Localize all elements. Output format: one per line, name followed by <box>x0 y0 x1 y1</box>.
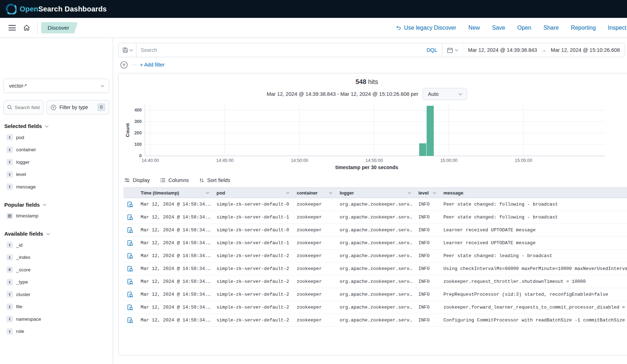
opensearch-logo-icon <box>6 4 16 14</box>
saved-query-menu-button[interactable] <box>118 43 136 57</box>
field-type-icon <box>6 183 13 190</box>
inspect-document-button[interactable] <box>123 214 136 220</box>
cell-logger: org.apache.zookeeper.serv… <box>335 318 414 323</box>
interval-select[interactable]: Auto <box>423 88 467 100</box>
inspect-document-button[interactable] <box>123 317 136 323</box>
column-header[interactable]: level <box>414 190 439 196</box>
inspect-document-button[interactable] <box>123 201 136 207</box>
column-header[interactable]: logger <box>335 190 414 196</box>
cell-time: Mar 12, 2024 @ 14:58:34.… <box>136 305 212 310</box>
field-item[interactable]: _type <box>4 276 109 289</box>
toolbar-action[interactable]: New <box>468 25 480 31</box>
cell-time: Mar 12, 2024 @ 14:58:34.… <box>136 240 212 246</box>
toolbar-action[interactable]: Reporting <box>571 25 596 31</box>
date-picker-button[interactable] <box>442 43 463 57</box>
field-label: _type <box>16 279 28 285</box>
toolbar-action[interactable]: Open <box>517 25 531 31</box>
field-item[interactable]: cluster <box>4 288 109 301</box>
toolbar-action[interactable]: Save <box>492 25 505 31</box>
field-search-input[interactable] <box>15 105 40 110</box>
available-fields-list: _id _index _score _type <box>4 239 109 338</box>
cell-time: Mar 12, 2024 @ 14:58:34.… <box>136 318 212 323</box>
section-popular-fields[interactable]: Popular fields <box>4 202 109 208</box>
app-title-open: Open <box>20 5 38 13</box>
cell-logger: org.apache.zookeeper.serv… <box>335 266 414 271</box>
cell-container: zookeeper <box>292 227 335 233</box>
column-header[interactable]: container <box>292 190 335 196</box>
cell-time: Mar 12, 2024 @ 14:58:34.… <box>136 227 212 233</box>
home-icon <box>23 24 30 31</box>
breadcrumb[interactable]: Discover <box>41 22 78 34</box>
inspect-document-button[interactable] <box>123 304 136 310</box>
inspect-document-button[interactable] <box>123 240 136 246</box>
field-label: message <box>16 184 36 190</box>
field-search-box[interactable] <box>4 100 44 114</box>
table-row: Mar 12, 2024 @ 14:58:34.… simple-zk-serv… <box>123 288 627 301</box>
column-header-label: pod <box>217 190 225 196</box>
field-type-icon <box>6 279 13 285</box>
section-selected-fields[interactable]: Selected fields <box>4 123 109 129</box>
histogram[interactable]: 010020030040014:40:0014:45:0014:50:0014:… <box>123 102 627 164</box>
cell-level: INFO <box>414 279 439 284</box>
column-header-label: container <box>297 190 318 196</box>
cell-logger: org.apache.zookeeper.serv… <box>335 305 414 310</box>
table-toolbar-button[interactable]: Display <box>124 177 150 183</box>
sort-arrows-icon <box>199 178 204 183</box>
cell-pod: simple-zk-server-default-2 <box>212 292 292 297</box>
field-item[interactable]: logger <box>4 156 109 168</box>
column-header[interactable]: pod <box>212 190 292 196</box>
sort-chevron-icon <box>433 191 436 194</box>
inspect-document-button[interactable] <box>123 279 136 285</box>
section-available-fields[interactable]: Available fields <box>4 231 109 237</box>
cell-logger: org.apache.zookeeper.serv… <box>335 240 414 246</box>
date-range-end[interactable]: Mar 12, 2024 @ 15:10:26.608 <box>551 47 620 53</box>
field-label: timestamp <box>16 213 38 218</box>
cell-message: zookeeper.request_throttler.shutdownTime… <box>439 279 627 284</box>
date-range-start[interactable]: Mar 12, 2024 @ 14:39:38.843 <box>468 47 537 53</box>
filter-set-menu-icon[interactable] <box>120 60 128 69</box>
field-item[interactable]: _score <box>4 264 109 276</box>
field-item[interactable]: timestamp <box>4 210 109 222</box>
sort-chevron-icon <box>408 191 411 194</box>
svg-text:0: 0 <box>139 153 142 158</box>
inspect-document-button[interactable] <box>123 227 136 233</box>
toolbar-action-label: Save <box>492 25 505 31</box>
field-item[interactable]: _id <box>4 239 109 251</box>
field-item[interactable]: _index <box>4 251 109 264</box>
table-toolbar-button[interactable]: Columns <box>160 177 189 183</box>
field-item[interactable]: namespace <box>4 313 109 325</box>
field-item[interactable]: pod <box>4 131 109 144</box>
field-item[interactable]: role <box>4 325 109 338</box>
cell-level: INFO <box>414 266 439 271</box>
columns-list-icon <box>160 177 166 183</box>
search-input[interactable] <box>136 43 422 57</box>
home-button[interactable] <box>19 21 34 35</box>
cell-message: Configuring CommitProcessor with readBat… <box>439 318 627 323</box>
cell-logger: org.apache.zookeeper.serv… <box>335 253 414 259</box>
index-pattern-select[interactable]: vector-* <box>4 79 109 93</box>
opensearch-logo[interactable]: OpenSearch Dashboards <box>6 4 107 14</box>
column-header[interactable]: message <box>439 190 627 196</box>
menu-button[interactable] <box>5 21 19 35</box>
cell-pod: simple-zk-server-default-2 <box>212 266 292 271</box>
inspect-document-button[interactable] <box>123 291 136 297</box>
query-language-button[interactable]: DQL <box>422 43 442 57</box>
chevron-down-icon <box>458 92 462 95</box>
date-range[interactable]: Mar 12, 2024 @ 14:39:38.843 → Mar 12, 20… <box>463 43 625 57</box>
field-item[interactable]: file <box>4 301 109 313</box>
field-type-icon <box>6 134 13 141</box>
toolbar-action[interactable]: Share <box>543 25 559 31</box>
svg-text:300: 300 <box>134 119 142 124</box>
field-item[interactable]: level <box>4 168 109 181</box>
toolbar-action[interactable]: Inspect <box>608 25 627 31</box>
cell-message: Learner received UPTODATE message <box>439 240 627 246</box>
field-item[interactable]: container <box>4 144 109 156</box>
toolbar-action[interactable]: Use legacy Discover <box>395 25 456 31</box>
field-item[interactable]: message <box>4 181 109 193</box>
add-filter-button[interactable]: + Add filter <box>140 62 165 68</box>
column-header[interactable]: Time (timestamp) <box>136 190 212 196</box>
inspect-document-button[interactable] <box>123 266 136 272</box>
inspect-document-button[interactable] <box>123 253 136 259</box>
table-toolbar-button[interactable]: Sort fields <box>199 177 230 183</box>
filter-by-type-button[interactable]: Filter by type 0 <box>47 100 109 114</box>
